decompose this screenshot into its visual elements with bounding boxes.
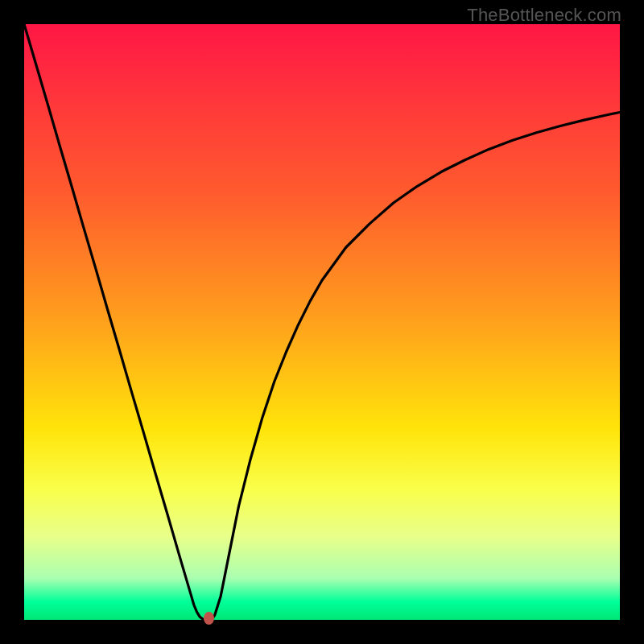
optimum-marker xyxy=(204,612,214,625)
chart-frame: TheBottleneck.com xyxy=(0,0,644,644)
curve-svg xyxy=(24,24,620,620)
bottleneck-curve xyxy=(24,24,620,620)
watermark-text: TheBottleneck.com xyxy=(467,5,621,26)
